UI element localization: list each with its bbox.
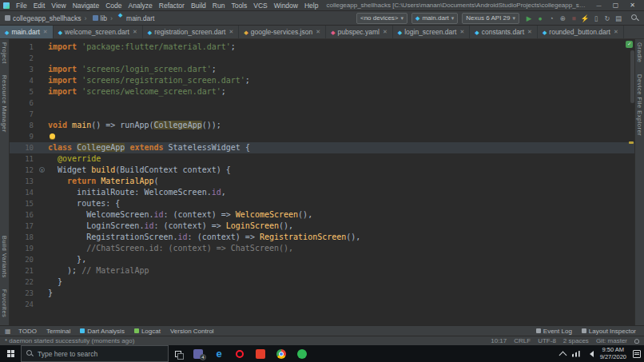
tool-button-device-file-explorer[interactable]: Device File Explorer: [636, 74, 643, 136]
code-line[interactable]: 3import 'screens/login_screen.dart';: [10, 64, 634, 75]
menu-analyze[interactable]: Analyze: [125, 2, 156, 10]
menu-run[interactable]: Run: [209, 2, 229, 10]
stop-button[interactable]: ■: [568, 13, 579, 24]
tool-window-button-terminal[interactable]: Terminal: [46, 328, 70, 335]
code-line[interactable]: 9: [10, 131, 634, 142]
code-line[interactable]: 16 WelcomeScreen.id: (context) => Welcom…: [10, 209, 634, 221]
tool-window-button-todo[interactable]: TODO: [18, 328, 37, 335]
volume-icon[interactable]: [586, 351, 594, 357]
debug-button[interactable]: ●: [535, 13, 546, 24]
network-icon[interactable]: [572, 351, 580, 357]
warning-stripe-mark[interactable]: [629, 141, 634, 144]
menu-navigate[interactable]: Navigate: [70, 2, 103, 10]
chrome-browser-icon[interactable]: [271, 345, 292, 362]
tool-window-button-version-control[interactable]: Version Control: [170, 328, 214, 335]
green-app-icon[interactable]: [292, 345, 312, 362]
tool-button-gradle[interactable]: Gradle: [636, 42, 643, 63]
tool-button-build-variants[interactable]: Build Variants: [1, 236, 8, 278]
code-line[interactable]: 22 }: [10, 276, 634, 288]
code-line[interactable]: 12 Widget build(BuildContext context) {: [10, 165, 634, 176]
tool-window-button-layout-inspector[interactable]: Layout Inspector: [582, 328, 636, 335]
code-line[interactable]: 19 //ChatScreen.id: (context) => ChatScr…: [10, 243, 634, 254]
menu-edit[interactable]: Edit: [30, 2, 49, 10]
taskbar-search[interactable]: Type here to search: [21, 345, 169, 362]
menu-code[interactable]: Code: [102, 2, 125, 10]
inspection-status-icon[interactable]: [626, 41, 633, 48]
line-ending[interactable]: CRLF: [514, 337, 531, 344]
code-line[interactable]: 13 return MaterialApp(: [10, 176, 634, 187]
edge-browser-icon[interactable]: e: [209, 345, 229, 362]
tool-window-button-event-log[interactable]: Event Log: [536, 328, 572, 335]
code-line[interactable]: 5import 'screens/welcome_screen.dart';: [10, 86, 634, 97]
menu-view[interactable]: View: [48, 2, 69, 10]
code-line[interactable]: 1import 'package:flutter/material.dart';: [10, 42, 634, 53]
menu-vcs[interactable]: VCS: [250, 2, 270, 10]
code-line[interactable]: 2: [10, 53, 634, 64]
action-center-button[interactable]: [633, 350, 641, 358]
cursor-position[interactable]: 10:17: [491, 337, 507, 344]
gradle-sync-button[interactable]: ↻: [602, 13, 613, 24]
close-button[interactable]: [629, 2, 636, 9]
opera-browser-icon[interactable]: [229, 345, 250, 362]
tab-close-icon[interactable]: [383, 29, 388, 35]
tab-google-services-json[interactable]: google-services.json: [239, 26, 326, 38]
override-marker-icon[interactable]: [39, 167, 45, 173]
indentation[interactable]: 2 spaces: [563, 337, 589, 344]
search-everywhere-icon[interactable]: [630, 14, 639, 22]
code-line[interactable]: 6: [10, 97, 634, 109]
maximize-button[interactable]: [612, 2, 619, 9]
tab-rounded_button-dart[interactable]: rounded_button.dart: [538, 26, 624, 38]
tab-close-icon[interactable]: [43, 29, 48, 35]
chat-app-icon[interactable]: 4: [188, 345, 209, 362]
breadcrumb-item[interactable]: lib: [81, 14, 108, 22]
notifications-icon[interactable]: [634, 339, 639, 344]
menu-build[interactable]: Build: [188, 2, 209, 10]
run-button[interactable]: ▶: [523, 13, 535, 24]
code-line[interactable]: 11 @override: [10, 153, 634, 165]
code-line[interactable]: 24: [10, 299, 634, 310]
tab-constants-dart[interactable]: constants.dart: [470, 26, 538, 38]
tool-button-project[interactable]: Project: [1, 42, 8, 64]
tool-window-button-dart-analysis[interactable]: Dart Analysis: [80, 328, 125, 335]
code-line[interactable]: 15 routes: {: [10, 198, 634, 209]
tab-close-icon[interactable]: [614, 29, 618, 35]
code-line[interactable]: 18 RegistrationScreen.id: (context) => R…: [10, 232, 634, 243]
tool-button-resource-manager[interactable]: Resource Manager: [1, 75, 8, 133]
tool-windows-icon[interactable]: [5, 328, 12, 335]
code-line[interactable]: 23}: [10, 288, 634, 299]
intention-bulb-icon[interactable]: [50, 133, 55, 139]
tray-expand-icon[interactable]: [559, 351, 566, 359]
tool-button-favorites[interactable]: Favorites: [1, 289, 8, 317]
tab-close-icon[interactable]: [459, 29, 464, 35]
code-line[interactable]: 10class CollegeApp extends StatelessWidg…: [10, 142, 634, 153]
task-view-button[interactable]: [169, 345, 188, 362]
tab-welcome_screen-dart[interactable]: welcome_screen.dart: [54, 26, 143, 38]
menu-file[interactable]: File: [13, 2, 30, 10]
avd-manager-button[interactable]: ▯: [590, 13, 602, 24]
tab-registration_screen-dart[interactable]: registration_screen.dart: [143, 26, 240, 38]
editor-scrollbar[interactable]: [630, 50, 634, 103]
tab-pubspec-yaml[interactable]: pubspec.yaml: [326, 26, 393, 38]
tab-login_screen-dart[interactable]: login_screen.dart: [393, 26, 470, 38]
red-app-icon[interactable]: [250, 345, 271, 362]
sdk-manager-button[interactable]: ▤: [613, 13, 624, 24]
flutter-device-selector[interactable]: <no devices>: [356, 13, 407, 24]
breadcrumb-item[interactable]: collegeapp_shellhacks: [5, 14, 81, 22]
start-button[interactable]: [0, 345, 21, 362]
git-branch[interactable]: Git: master: [596, 337, 627, 344]
profile-button[interactable]: ◔: [546, 13, 557, 24]
tab-close-icon[interactable]: [316, 29, 320, 35]
editor[interactable]: 1import 'package:flutter/material.dart';…: [10, 39, 634, 325]
target-device-selector[interactable]: Nexus 6 API 29: [462, 13, 519, 24]
code-line[interactable]: 4import 'screens/registration_screen.dar…: [10, 75, 634, 86]
tool-window-button-logcat[interactable]: Logcat: [134, 328, 161, 335]
menu-window[interactable]: Window: [271, 2, 301, 10]
tab-main-dart[interactable]: main.dart: [0, 26, 54, 38]
breadcrumb-item[interactable]: main.dart: [107, 14, 154, 22]
tab-close-icon[interactable]: [229, 29, 233, 35]
attach-debugger-button[interactable]: ⊕: [557, 13, 568, 24]
tab-close-icon[interactable]: [133, 29, 137, 35]
taskbar-clock[interactable]: 9:50 AM 9/27/2020: [600, 347, 626, 360]
menu-help[interactable]: Help: [301, 2, 321, 10]
minimize-button[interactable]: [595, 2, 602, 9]
